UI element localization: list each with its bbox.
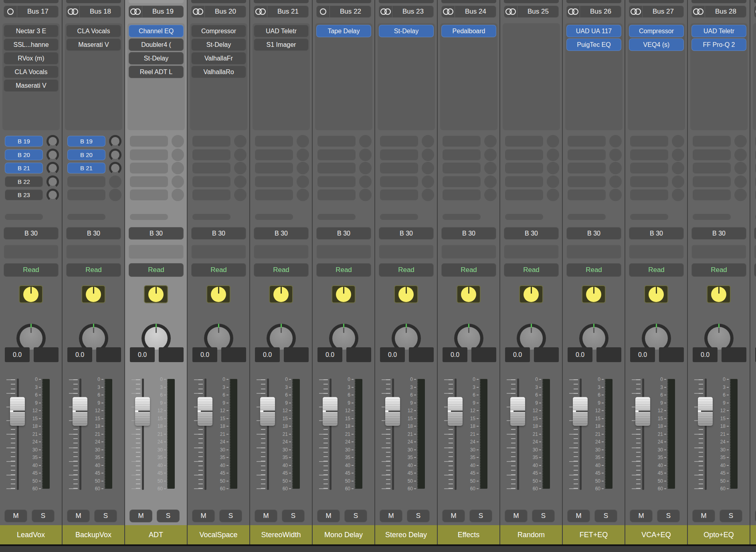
solo-button[interactable]: S	[219, 510, 242, 522]
empty-send-slot[interactable]	[443, 189, 481, 200]
automation-mode-button[interactable]: Read	[504, 263, 559, 277]
group-slot[interactable]	[316, 245, 371, 259]
empty-send-slot[interactable]	[192, 163, 230, 173]
mute-button[interactable]: M	[317, 510, 340, 522]
plugin-slot[interactable]: St-Delay	[129, 52, 184, 64]
yellow-knob-icon[interactable]	[144, 285, 168, 303]
empty-send-slot[interactable]	[693, 189, 731, 200]
empty-send-slot[interactable]	[630, 149, 668, 160]
send-knob[interactable]	[109, 149, 121, 161]
empty-send-slot[interactable]	[505, 189, 543, 200]
peak-value[interactable]	[409, 347, 434, 362]
yellow-knob-icon[interactable]	[19, 285, 43, 303]
send-slot[interactable]: B 22	[5, 176, 43, 187]
empty-send-slot[interactable]	[380, 149, 418, 160]
empty-send-slot[interactable]	[317, 189, 356, 200]
plugin-slot[interactable]: SSL...hanne	[4, 38, 59, 51]
plugin-slot[interactable]: ValhallaFr	[191, 52, 246, 64]
empty-send-slot[interactable]	[317, 214, 356, 220]
peak-value[interactable]	[534, 347, 559, 362]
send-slot[interactable]: B 19	[67, 136, 105, 147]
fader-track[interactable]	[517, 379, 519, 490]
volume-value[interactable]: 0.0	[693, 347, 718, 362]
automation-mode-button[interactable]: Read	[691, 263, 746, 277]
plugin-slot[interactable]: CLA Vocals	[66, 25, 121, 37]
track-name[interactable]: VCA+EQ	[625, 525, 687, 544]
empty-send-slot[interactable]	[630, 214, 668, 220]
track-name[interactable]: Mono Delay	[313, 525, 374, 544]
peak-value[interactable]	[471, 347, 496, 362]
bus-input-button[interactable]: Bus 26	[566, 6, 621, 18]
mute-button[interactable]: M	[442, 510, 465, 522]
empty-send-slot[interactable]	[693, 136, 731, 147]
output-button[interactable]: B 30	[254, 227, 309, 240]
automation-mode-button[interactable]: Read	[629, 263, 684, 277]
yellow-knob-icon[interactable]	[394, 285, 418, 303]
send-slot[interactable]: B 23	[5, 189, 43, 200]
send-slot[interactable]: B 21	[5, 163, 43, 173]
empty-send-slot[interactable]	[380, 214, 418, 220]
group-slot[interactable]	[129, 245, 184, 259]
send-knob[interactable]	[46, 149, 59, 161]
mute-button[interactable]: M	[692, 510, 715, 522]
empty-send-slot[interactable]	[568, 214, 606, 220]
peak-value[interactable]	[96, 347, 121, 362]
plugin-slot[interactable]: RVox (m)	[4, 52, 59, 64]
volume-value[interactable]: 0.0	[317, 347, 342, 362]
empty-send-slot[interactable]	[130, 214, 168, 220]
volume-value[interactable]: 0.0	[505, 347, 530, 362]
empty-send-slot[interactable]	[380, 176, 418, 187]
plugin-slot[interactable]: S1 Imager	[254, 38, 309, 51]
track-name[interactable]: StereoWidth	[250, 525, 312, 544]
group-slot[interactable]	[4, 245, 59, 259]
mute-button[interactable]: M	[505, 510, 528, 522]
automation-mode-button[interactable]: Read	[4, 263, 59, 277]
send-knob[interactable]	[109, 135, 121, 147]
empty-send-slot[interactable]	[255, 149, 293, 160]
output-button[interactable]: B 30	[316, 227, 371, 240]
plugin-slot[interactable]: CLA Vocals	[4, 66, 59, 78]
empty-send-slot[interactable]	[130, 149, 168, 160]
bus-input-button[interactable]: Bus 24	[441, 6, 496, 18]
empty-send-slot[interactable]	[505, 176, 543, 187]
empty-send-slot[interactable]	[443, 136, 481, 147]
empty-send-slot[interactable]	[568, 189, 606, 200]
empty-send-slot[interactable]	[693, 163, 731, 173]
mute-button[interactable]: M	[129, 510, 152, 522]
automation-mode-button[interactable]: Read	[66, 263, 121, 277]
plugin-slot[interactable]: Maserati V	[4, 79, 59, 92]
bus-input-button[interactable]: Bus 27	[629, 6, 684, 18]
plugin-slot[interactable]: Compressor	[191, 25, 246, 37]
yellow-knob-icon[interactable]	[582, 285, 606, 303]
solo-button[interactable]: S	[344, 510, 367, 522]
volume-value[interactable]: 0.0	[67, 347, 92, 362]
empty-send-slot[interactable]	[380, 189, 418, 200]
volume-value[interactable]: 0.0	[255, 347, 280, 362]
mute-button[interactable]: M	[67, 510, 90, 522]
mute-button[interactable]: M	[255, 510, 277, 522]
empty-send-slot[interactable]	[317, 149, 356, 160]
empty-send-slot[interactable]	[630, 176, 668, 187]
output-button[interactable]: B 30	[191, 227, 246, 240]
bus-input-button[interactable]: Bus 28	[691, 6, 746, 18]
yellow-knob-icon[interactable]	[644, 285, 668, 303]
empty-send-slot[interactable]	[255, 189, 293, 200]
empty-send-slot[interactable]	[505, 214, 543, 220]
empty-send-slot[interactable]	[255, 163, 293, 173]
empty-send-slot[interactable]	[317, 136, 356, 147]
track-name[interactable]	[750, 525, 756, 544]
volume-value[interactable]: 0.0	[630, 347, 655, 362]
fader-track[interactable]	[17, 379, 19, 490]
plugin-slot[interactable]: Tape Delay	[316, 25, 371, 37]
empty-send-slot[interactable]	[192, 149, 230, 160]
output-button[interactable]: B 30	[691, 227, 746, 240]
track-name[interactable]: Random	[500, 525, 562, 544]
plugin-slot[interactable]: UAD Teletr	[691, 25, 746, 37]
bus-input-button[interactable]: Bus 18	[66, 6, 121, 18]
plugin-slot[interactable]: VEQ4 (s)	[629, 38, 684, 51]
peak-value[interactable]	[346, 347, 371, 362]
empty-send-slot[interactable]	[192, 176, 230, 187]
empty-send-slot[interactable]	[630, 163, 668, 173]
track-name[interactable]: Effects	[438, 525, 499, 544]
empty-send-slot[interactable]	[255, 214, 293, 220]
